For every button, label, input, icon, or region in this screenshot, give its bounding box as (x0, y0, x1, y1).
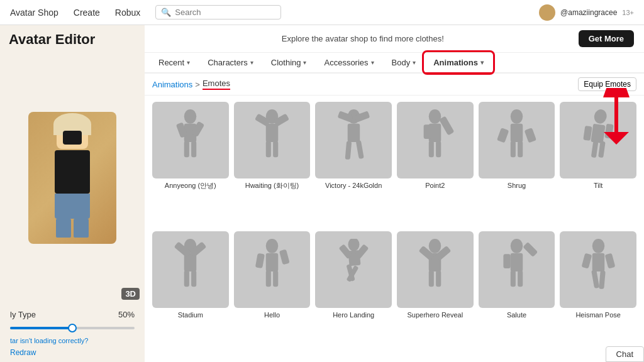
emote-label: Superhero Reveal (407, 310, 463, 319)
avatar-display (28, 112, 116, 244)
svg-rect-11 (273, 141, 278, 157)
emote-pose-icon (167, 109, 213, 170)
emote-pose-icon (249, 239, 295, 300)
search-input[interactable] (175, 8, 250, 17)
emote-thumbnail (315, 231, 392, 308)
svg-rect-35 (598, 141, 606, 158)
tab-body[interactable]: Body ▾ (383, 53, 425, 72)
svg-rect-64 (511, 270, 516, 287)
svg-rect-46 (266, 270, 271, 287)
svg-rect-68 (581, 253, 592, 269)
nav-avatar-shop[interactable]: Avatar Shop (10, 8, 58, 18)
list-item[interactable]: Hero Landing (315, 231, 392, 356)
emote-pose-icon (575, 239, 621, 300)
svg-point-66 (592, 239, 604, 253)
equip-emotes-button[interactable]: Equip Emotes (578, 77, 636, 91)
emote-pose-icon (249, 109, 295, 170)
nav-create[interactable]: Create (74, 8, 100, 18)
svg-rect-10 (266, 141, 271, 157)
list-item[interactable]: Annyeong (안녕) (152, 102, 229, 226)
left-panel: Avatar Editor 3D l (0, 25, 145, 362)
chevron-down-icon: ▾ (371, 59, 374, 66)
chevron-down-icon: ▾ (413, 59, 416, 66)
right-panel: Explore the avatar shop to find more clo… (145, 25, 644, 362)
svg-rect-28 (511, 141, 516, 157)
svg-point-48 (348, 239, 359, 251)
tab-clothing[interactable]: Clothing ▾ (262, 53, 316, 72)
svg-rect-45 (279, 250, 290, 265)
chat-bar[interactable]: Chat (606, 346, 644, 362)
get-more-button[interactable]: Get More (579, 30, 634, 47)
emote-pose-icon (167, 239, 213, 300)
avatar-jeans (55, 194, 90, 219)
emote-label: Hwaiting (화이팅) (245, 181, 299, 190)
loading-text[interactable]: tar isn't loading correctly? (0, 334, 145, 347)
list-item[interactable]: Hwaiting (화이팅) (234, 102, 311, 226)
list-item[interactable]: Superhero Reveal (397, 231, 474, 356)
tab-characters-label: Characters (208, 58, 248, 67)
svg-rect-34 (591, 141, 598, 158)
tab-animations[interactable]: Animations ▾ (425, 53, 492, 72)
svg-point-24 (511, 109, 523, 124)
svg-rect-67 (592, 253, 604, 272)
emote-thumbnail (152, 102, 229, 178)
slider-track (10, 327, 135, 329)
avatar-view: 3D (0, 50, 145, 305)
emote-label: Salute (507, 310, 526, 319)
svg-rect-7 (266, 124, 278, 142)
body-type-label: ly Type (10, 310, 36, 319)
search-box[interactable]: 🔍 (155, 5, 281, 19)
emote-thumbnail (560, 231, 636, 308)
emote-pose-icon (331, 239, 377, 300)
emote-label: Point2 (425, 181, 445, 190)
svg-rect-20 (424, 125, 431, 140)
top-nav: Avatar Shop Create Robux 🔍 @amaziingrace… (0, 0, 644, 25)
emote-grid: Annyeong (안녕) Hwaiting (화이팅) (145, 96, 644, 362)
svg-rect-27 (525, 128, 536, 143)
svg-rect-31 (591, 124, 605, 144)
emote-label: Heisman Pose (575, 310, 621, 319)
chevron-down-icon: ▾ (187, 59, 190, 66)
user-avatar (539, 4, 555, 21)
svg-rect-71 (599, 270, 606, 289)
chevron-down-icon: ▾ (250, 59, 253, 66)
emote-thumbnail (315, 102, 392, 178)
list-item[interactable]: Stadium (152, 231, 229, 356)
svg-rect-25 (511, 124, 523, 142)
tab-recent-label: Recent (158, 58, 184, 67)
emote-label: Shrug (508, 181, 526, 190)
list-item[interactable]: Salute (479, 231, 555, 356)
redraw-button[interactable]: Redraw (0, 347, 145, 362)
tab-characters[interactable]: Characters ▾ (199, 53, 262, 72)
nav-robux[interactable]: Robux (115, 8, 140, 18)
svg-rect-62 (503, 255, 510, 269)
list-item[interactable]: Shrug (479, 102, 555, 226)
list-item[interactable]: Point2 (397, 102, 474, 226)
tab-nav: Recent ▾ Characters ▾ Clothing ▾ Accesso… (145, 53, 644, 74)
svg-rect-59 (436, 270, 441, 287)
emote-thumbnail (560, 102, 636, 178)
list-item[interactable]: Heisman Pose (560, 231, 636, 356)
svg-rect-40 (184, 270, 189, 287)
emote-thumbnail (397, 102, 474, 178)
tab-animations-label: Animations (433, 58, 478, 67)
emote-pose-icon (575, 109, 621, 170)
emote-label: Stadium (178, 310, 203, 319)
list-item[interactable]: Tilt (560, 102, 636, 226)
emote-thumbnail (234, 102, 311, 178)
breadcrumb-parent[interactable]: Animations (152, 80, 192, 89)
svg-point-0 (184, 109, 196, 124)
slider-thumb[interactable] (68, 324, 77, 332)
emote-thumbnail (397, 231, 474, 308)
svg-point-60 (511, 239, 523, 253)
list-item[interactable]: Victory - 24kGoldn (315, 102, 392, 226)
breadcrumb: Animations > Emotes Equip Emotes (145, 74, 644, 96)
tab-accessories[interactable]: Accessories ▾ (315, 53, 382, 72)
body-type-value: 50% (118, 310, 135, 319)
list-item[interactable]: Hello (234, 231, 311, 356)
tab-recent[interactable]: Recent ▾ (150, 53, 199, 72)
svg-rect-32 (583, 126, 592, 141)
body-type-slider[interactable] (0, 324, 145, 334)
svg-point-30 (592, 109, 608, 125)
slider-fill (10, 327, 72, 329)
